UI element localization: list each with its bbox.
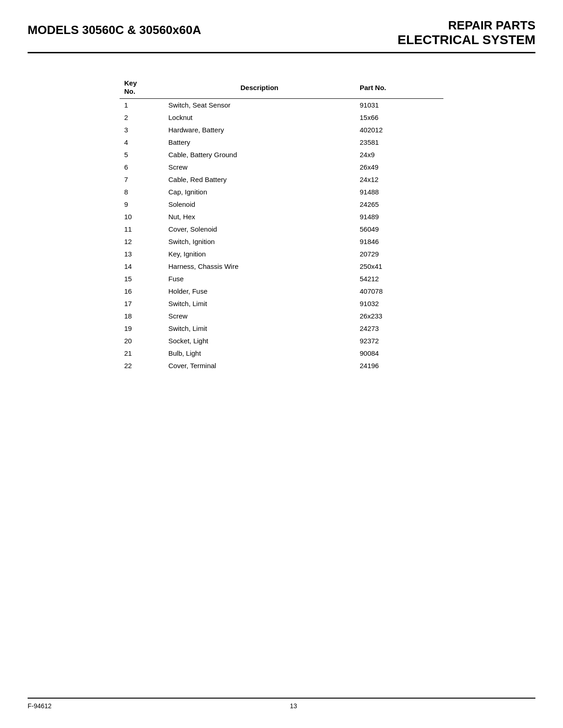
description-cell: Cap, Ignition	[164, 186, 355, 198]
part-no-cell: 407078	[355, 285, 443, 297]
part-no-cell: 250x41	[355, 260, 443, 273]
key-cell: 18	[120, 310, 164, 322]
table-row: 21Bulb, Light90084	[120, 347, 443, 359]
description-cell: Bulb, Light	[164, 347, 355, 359]
description-cell: Screw	[164, 161, 355, 173]
table-row: 7Cable, Red Battery24x12	[120, 173, 443, 186]
key-cell: 8	[120, 186, 164, 198]
description-cell: Switch, Seat Sensor	[164, 99, 355, 112]
key-cell: 16	[120, 285, 164, 297]
table-row: 20Socket, Light92372	[120, 335, 443, 347]
part-no-cell: 24196	[355, 359, 443, 372]
key-cell: 11	[120, 223, 164, 235]
description-cell: Screw	[164, 310, 355, 322]
description-cell: Cable, Battery Ground	[164, 148, 355, 161]
key-cell: 22	[120, 359, 164, 372]
description-cell: Battery	[164, 136, 355, 148]
key-cell: 7	[120, 173, 164, 186]
table-row: 11Cover, Solenoid56049	[120, 223, 443, 235]
page: MODELS 30560C & 30560x60A REPAIR PARTS E…	[0, 0, 563, 728]
key-cell: 14	[120, 260, 164, 273]
key-cell: 17	[120, 297, 164, 310]
description-cell: Key, Ignition	[164, 248, 355, 260]
table-row: 2Locknut15x66	[120, 111, 443, 124]
model-title: MODELS 30560C & 30560x60A	[28, 18, 201, 37]
table-row: 12Switch, Ignition91846	[120, 235, 443, 248]
parts-table: KeyNo. Description Part No. 1Switch, Sea…	[120, 76, 443, 372]
footer-page-number: 13	[290, 702, 297, 710]
part-no-cell: 54212	[355, 273, 443, 285]
key-cell: 6	[120, 161, 164, 173]
key-cell: 21	[120, 347, 164, 359]
key-cell: 2	[120, 111, 164, 124]
key-cell: 9	[120, 198, 164, 210]
part-no-cell: 91489	[355, 210, 443, 223]
key-cell: 20	[120, 335, 164, 347]
description-cell: Fuse	[164, 273, 355, 285]
table-row: 22Cover, Terminal24196	[120, 359, 443, 372]
table-row: 16Holder, Fuse407078	[120, 285, 443, 297]
table-row: 17Switch, Limit91032	[120, 297, 443, 310]
description-cell: Nut, Hex	[164, 210, 355, 223]
page-header: MODELS 30560C & 30560x60A REPAIR PARTS E…	[28, 18, 535, 53]
part-no-cell: 91488	[355, 186, 443, 198]
part-no-cell: 24x12	[355, 173, 443, 186]
description-cell: Switch, Limit	[164, 297, 355, 310]
key-cell: 10	[120, 210, 164, 223]
table-row: 19Switch, Limit24273	[120, 322, 443, 335]
table-row: 15Fuse54212	[120, 273, 443, 285]
key-cell: 13	[120, 248, 164, 260]
part-no-cell: 56049	[355, 223, 443, 235]
description-cell: Hardware, Battery	[164, 124, 355, 136]
key-cell: 5	[120, 148, 164, 161]
description-cell: Solenoid	[164, 198, 355, 210]
footer-doc-number: F-94612	[28, 702, 52, 710]
parts-table-container: KeyNo. Description Part No. 1Switch, Sea…	[120, 76, 443, 372]
description-cell: Harness, Chassis Wire	[164, 260, 355, 273]
part-no-column-header: Part No.	[355, 76, 443, 99]
part-no-cell: 91032	[355, 297, 443, 310]
part-no-cell: 15x66	[355, 111, 443, 124]
description-cell: Socket, Light	[164, 335, 355, 347]
table-row: 10Nut, Hex91489	[120, 210, 443, 223]
part-no-cell: 92372	[355, 335, 443, 347]
description-cell: Cover, Terminal	[164, 359, 355, 372]
table-body: 1Switch, Seat Sensor910312Locknut15x663H…	[120, 99, 443, 372]
description-cell: Cable, Red Battery	[164, 173, 355, 186]
table-row: 14Harness, Chassis Wire250x41	[120, 260, 443, 273]
table-row: 13Key, Ignition20729	[120, 248, 443, 260]
key-cell: 1	[120, 99, 164, 112]
part-no-cell: 24265	[355, 198, 443, 210]
description-cell: Holder, Fuse	[164, 285, 355, 297]
key-cell: 3	[120, 124, 164, 136]
table-row: 6Screw26x49	[120, 161, 443, 173]
table-row: 4Battery23581	[120, 136, 443, 148]
part-no-cell: 20729	[355, 248, 443, 260]
part-no-cell: 24273	[355, 322, 443, 335]
key-cell: 15	[120, 273, 164, 285]
description-cell: Cover, Solenoid	[164, 223, 355, 235]
part-no-cell: 26x49	[355, 161, 443, 173]
table-row: 8Cap, Ignition91488	[120, 186, 443, 198]
description-cell: Switch, Limit	[164, 322, 355, 335]
repair-parts-label: REPAIR PARTS	[397, 18, 535, 33]
part-no-cell: 91031	[355, 99, 443, 112]
table-row: 18Screw26x233	[120, 310, 443, 322]
key-column-header: KeyNo.	[120, 76, 164, 99]
electrical-system-label: ELECTRICAL SYSTEM	[397, 33, 535, 47]
section-title: REPAIR PARTS ELECTRICAL SYSTEM	[397, 18, 535, 47]
key-cell: 4	[120, 136, 164, 148]
page-footer: F-94612 13	[28, 698, 535, 710]
table-header-row: KeyNo. Description Part No.	[120, 76, 443, 99]
description-cell: Locknut	[164, 111, 355, 124]
table-row: 5Cable, Battery Ground24x9	[120, 148, 443, 161]
part-no-cell: 24x9	[355, 148, 443, 161]
key-cell: 19	[120, 322, 164, 335]
part-no-cell: 91846	[355, 235, 443, 248]
part-no-cell: 26x233	[355, 310, 443, 322]
part-no-cell: 23581	[355, 136, 443, 148]
description-cell: Switch, Ignition	[164, 235, 355, 248]
part-no-cell: 90084	[355, 347, 443, 359]
table-row: 1Switch, Seat Sensor91031	[120, 99, 443, 112]
table-row: 9Solenoid24265	[120, 198, 443, 210]
